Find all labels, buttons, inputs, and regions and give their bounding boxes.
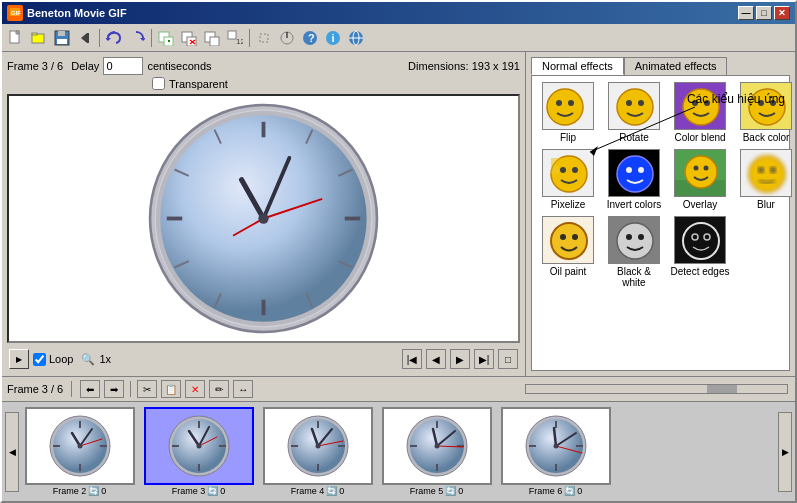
nav-last[interactable]: ▶| [474,349,494,369]
title-buttons: — □ ✕ [738,6,790,20]
bottom-strip: Frame 3 / 6 ⬅ ➡ ✂ 📋 ✕ ✏ ↔ [2,376,795,401]
title-bar: GIF Beneton Movie GIF — □ ✕ [2,2,795,24]
frames-row: ◀ [2,401,795,501]
transparent-label: Transparent [169,78,228,90]
transparent-checkbox[interactable] [152,77,165,90]
undo-button[interactable] [103,27,125,49]
step-back-button[interactable] [74,27,96,49]
web-button[interactable] [345,27,367,49]
separator-bottom [71,381,72,397]
nav-next[interactable]: ▶ [450,349,470,369]
effect-detect[interactable]: Detect edges [670,216,730,288]
scrollbar-h[interactable] [525,384,788,394]
delay-unit: centiseconds [147,60,211,72]
strip-copy[interactable]: 📋 [161,380,181,398]
svg-rect-9 [57,39,67,44]
effect-oilpaint[interactable]: Oil paint [538,216,598,288]
about-button[interactable]: i [322,27,344,49]
strip-nav-right[interactable]: ➡ [104,380,124,398]
loop-checkbox[interactable] [33,353,46,366]
strip-delete[interactable]: ✕ [185,380,205,398]
svg-point-141 [434,444,439,449]
canvas-area [7,94,520,343]
frames-scroll-left[interactable]: ◀ [5,412,19,492]
minimize-button[interactable]: — [738,6,754,20]
svg-point-93 [572,234,578,240]
loop-label: Loop [49,353,73,365]
frame-thumb-6[interactable]: Frame 6 🔄 0 [498,407,613,496]
svg-point-97 [638,234,644,240]
frame-thumb-4[interactable]: Frame 4 🔄 0 [260,407,375,496]
strip-nav-left[interactable]: ⬅ [80,380,100,398]
content-area: Frame 3 / 6 Delay centiseconds Dimension… [2,52,795,376]
delay-label: Delay [71,60,99,72]
frames-scroll-right[interactable]: ▶ [778,412,792,492]
add-frame-button[interactable] [155,27,177,49]
nav-first[interactable]: |◀ [402,349,422,369]
zoom-label: 1x [99,353,111,365]
clock-preview [9,96,518,341]
close-button[interactable]: ✕ [774,6,790,20]
strip-move[interactable]: ↔ [233,380,253,398]
separator-2 [151,29,152,47]
strip-draw[interactable]: ✏ [209,380,229,398]
effect-detect-label: Detect edges [671,266,730,277]
svg-point-55 [547,89,583,125]
save-button[interactable] [51,27,73,49]
redo-button[interactable] [126,27,148,49]
svg-point-95 [617,223,653,259]
svg-point-96 [626,234,632,240]
frame-thumb-img-3 [144,407,254,485]
frame-info: Frame 3 / 6 Delay centiseconds Dimension… [7,57,520,75]
frame-thumb-3[interactable]: Frame 3 🔄 0 [141,407,256,496]
effect-bw[interactable]: Black & white [604,216,664,288]
delete-frame-button[interactable] [178,27,200,49]
svg-point-80 [638,167,644,173]
effect-flip-label: Flip [560,132,576,143]
nav-box[interactable]: □ [498,349,518,369]
app-icon: GIF [7,5,23,21]
play-button[interactable]: ▶ [9,349,29,369]
svg-text:GIF: GIF [11,10,21,16]
svg-text:?: ? [308,32,315,44]
tabs-container: Normal effects Animated effects [531,57,790,75]
frame-thumb-img-5 [382,407,492,485]
bottom-frame-label: Frame 3 / 6 [7,383,63,395]
help-button[interactable]: ? [299,27,321,49]
effect-blur[interactable]: Blur [736,149,795,210]
svg-point-111 [77,444,82,449]
nav-prev[interactable]: ◀ [426,349,446,369]
svg-point-53 [258,213,268,223]
delay-row: Delay centiseconds [71,57,211,75]
svg-point-79 [626,167,632,173]
frame-thumb-label-2: Frame 2 🔄 0 [53,486,107,496]
new-button[interactable] [5,27,27,49]
tab-normal-effects[interactable]: Normal effects [531,57,624,75]
svg-rect-6 [32,33,37,35]
window-title: Beneton Movie GIF [27,7,127,19]
tab-animated-effects[interactable]: Animated effects [624,57,728,75]
svg-marker-10 [81,33,87,43]
svg-text:123: 123 [236,37,243,46]
maximize-button[interactable]: □ [756,6,772,20]
frame-thumb-5[interactable]: Frame 5 🔄 0 [379,407,494,496]
svg-rect-21 [210,37,219,46]
strip-cut[interactable]: ✂ [137,380,157,398]
move-frame-button[interactable] [201,27,223,49]
effect-overlay-label: Overlay [683,199,717,210]
delay-input[interactable] [103,57,143,75]
effect-bw-thumb [608,216,660,264]
frame-thumb-img-4 [263,407,373,485]
resize-button[interactable]: 123 [224,27,246,49]
svg-point-57 [568,100,574,106]
svg-point-88 [758,167,764,173]
open-button[interactable] [28,27,50,49]
frame-counter: Frame 3 / 6 [7,60,63,72]
svg-line-152 [590,107,695,152]
frame-thumb-2[interactable]: Frame 2 🔄 0 [22,407,137,496]
effect-detect-thumb [674,216,726,264]
effect-backcolor-thumb [740,82,792,130]
optimize-button[interactable] [276,27,298,49]
crop-button[interactable] [253,27,275,49]
effect-invert-label: Invert colors [607,199,661,210]
